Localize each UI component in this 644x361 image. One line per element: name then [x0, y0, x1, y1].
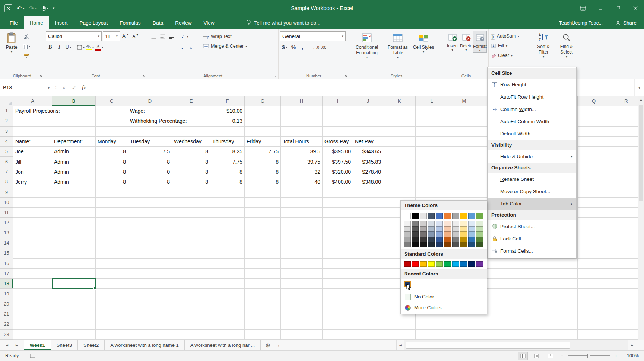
theme-color-swatch[interactable]	[468, 237, 475, 242]
menu-item-autofit-column-width[interactable]: AutoFit Column Width	[488, 115, 576, 128]
cell-H6[interactable]: 39.75	[282, 157, 320, 167]
theme-color-swatch[interactable]	[404, 221, 411, 227]
underline-button[interactable]: U▾	[64, 42, 73, 52]
theme-color-swatch[interactable]	[420, 242, 427, 247]
cell-E7[interactable]: 8	[173, 167, 208, 177]
fill-button[interactable]: Fill▾	[490, 41, 508, 51]
cell-A6[interactable]: Jill	[15, 157, 21, 167]
clipboard-dialog-launcher[interactable]	[38, 73, 42, 77]
row-header-2[interactable]: 2	[0, 116, 13, 126]
row-header-20[interactable]: 20	[0, 299, 13, 309]
theme-color-swatch[interactable]	[436, 221, 443, 227]
theme-color-swatch[interactable]	[476, 221, 483, 227]
menu-item-row-height[interactable]: Row Height...	[488, 79, 576, 91]
page-layout-view-button[interactable]	[532, 352, 542, 360]
clear-button[interactable]: Clear▾	[490, 51, 513, 60]
cell-H5[interactable]: 39.5	[282, 147, 320, 157]
cell-F4[interactable]: Thursday	[212, 137, 234, 147]
decrease-font-size-button[interactable]: A▼	[131, 31, 140, 41]
cell-J7[interactable]: $278.40	[354, 167, 381, 177]
theme-color-swatch[interactable]	[468, 213, 475, 219]
theme-color-swatch[interactable]	[452, 213, 459, 219]
wrap-text-button[interactable]: Wrap Text	[202, 32, 248, 41]
theme-color-swatch[interactable]	[412, 242, 419, 247]
theme-color-swatch[interactable]	[468, 221, 475, 227]
more-colors-item[interactable]: More Colors...	[401, 302, 487, 313]
align-left-button[interactable]	[149, 44, 158, 53]
theme-color-swatch[interactable]	[436, 237, 443, 242]
theme-color-swatch[interactable]	[420, 231, 427, 237]
cell-styles-button[interactable]: Cell Styles ▾	[413, 31, 434, 60]
format-painter-button[interactable]	[22, 51, 31, 61]
cell-I4[interactable]: Gross Pay	[324, 137, 349, 147]
row-header-13[interactable]: 13	[0, 228, 13, 238]
undo-button[interactable]: ↶▾	[17, 5, 24, 12]
cell-I6[interactable]: $397.50	[323, 157, 351, 167]
cell-B8[interactable]: Admin	[54, 177, 69, 187]
restore-button[interactable]	[609, 0, 626, 16]
format-cells-button[interactable]: Format ▾	[473, 31, 487, 53]
row-header-5[interactable]: 5	[0, 147, 13, 157]
vertical-scroll-thumb[interactable]	[639, 105, 643, 201]
horizontal-scroll-thumb[interactable]	[406, 342, 570, 349]
column-header-k[interactable]: K	[383, 96, 416, 106]
theme-color-swatch[interactable]	[476, 231, 483, 237]
theme-color-swatch[interactable]	[476, 226, 483, 232]
cell-F1[interactable]: $10.00	[211, 106, 242, 116]
cell-I7[interactable]: $320.00	[323, 167, 351, 177]
theme-color-swatch[interactable]	[460, 213, 467, 219]
theme-color-swatch[interactable]	[412, 237, 419, 242]
row-header-15[interactable]: 15	[0, 248, 13, 258]
theme-color-swatch[interactable]	[412, 226, 419, 232]
formula-bar-expand-icon[interactable]: ▾	[634, 79, 644, 96]
row-header-23[interactable]: 23	[0, 330, 13, 340]
autosum-button[interactable]: ∑ AutoSum▾	[490, 31, 520, 41]
delete-cells-button[interactable]: Delete ▾	[459, 31, 473, 53]
sheet-tab-sheet3[interactable]: Sheet3	[51, 340, 78, 350]
ribbon-tab-view[interactable]: View	[197, 16, 220, 29]
theme-color-swatch[interactable]	[420, 237, 427, 242]
column-header-m[interactable]: M	[448, 96, 480, 106]
accounting-format-button[interactable]: $▾	[280, 42, 289, 52]
row-header-9[interactable]: 9	[0, 187, 13, 197]
cell-G4[interactable]: Friday	[247, 137, 261, 147]
cut-button[interactable]	[22, 32, 31, 41]
cell-C8[interactable]: 8	[96, 177, 126, 187]
row-header-8[interactable]: 8	[0, 177, 13, 187]
cell-G5[interactable]: 7.75	[245, 147, 279, 157]
row-header-4[interactable]: 4	[0, 137, 13, 147]
find-select-button[interactable]: Find & Select ▾	[555, 31, 578, 60]
row-header-10[interactable]: 10	[0, 198, 13, 208]
font-dialog-launcher[interactable]	[142, 73, 146, 77]
fill-color-button[interactable]: ▾	[85, 42, 95, 52]
recent-color-swatch[interactable]	[404, 281, 411, 287]
macro-record-icon[interactable]	[30, 354, 35, 358]
theme-color-swatch[interactable]	[468, 226, 475, 232]
standard-color-swatch[interactable]	[452, 261, 459, 267]
cell-G8[interactable]: 8	[245, 177, 279, 187]
column-header-d[interactable]: D	[128, 96, 172, 106]
alignment-dialog-launcher[interactable]	[273, 73, 277, 77]
cell-D1[interactable]: Wage:	[130, 106, 145, 116]
cell-A8[interactable]: Jerry	[15, 177, 27, 187]
cell-B6[interactable]: Admin	[54, 157, 69, 167]
cell-J4[interactable]: Net Pay	[355, 137, 374, 147]
scroll-left-icon[interactable]: ◄	[397, 343, 404, 347]
column-header-j[interactable]: J	[353, 96, 383, 106]
theme-color-swatch[interactable]	[436, 231, 443, 237]
theme-color-swatch[interactable]	[452, 231, 459, 237]
row-header-3[interactable]: 3	[0, 127, 13, 137]
percent-style-button[interactable]: %	[289, 42, 298, 52]
cell-C5[interactable]: 8	[96, 147, 126, 157]
cell-B7[interactable]: Admin	[54, 167, 69, 177]
increase-font-size-button[interactable]: A▲	[121, 31, 130, 41]
zoom-slider-thumb[interactable]	[587, 354, 590, 358]
cell-J5[interactable]: $343.65	[354, 147, 381, 157]
standard-color-swatch[interactable]	[460, 261, 467, 267]
theme-color-swatch[interactable]	[412, 221, 419, 227]
standard-color-swatch[interactable]	[420, 261, 427, 267]
normal-view-button[interactable]	[518, 352, 528, 360]
customize-qat-icon[interactable]: ▾	[53, 6, 55, 10]
menu-item-hide-unhide[interactable]: Hide & Unhide▸	[488, 150, 576, 163]
column-header-l[interactable]: L	[416, 96, 448, 106]
